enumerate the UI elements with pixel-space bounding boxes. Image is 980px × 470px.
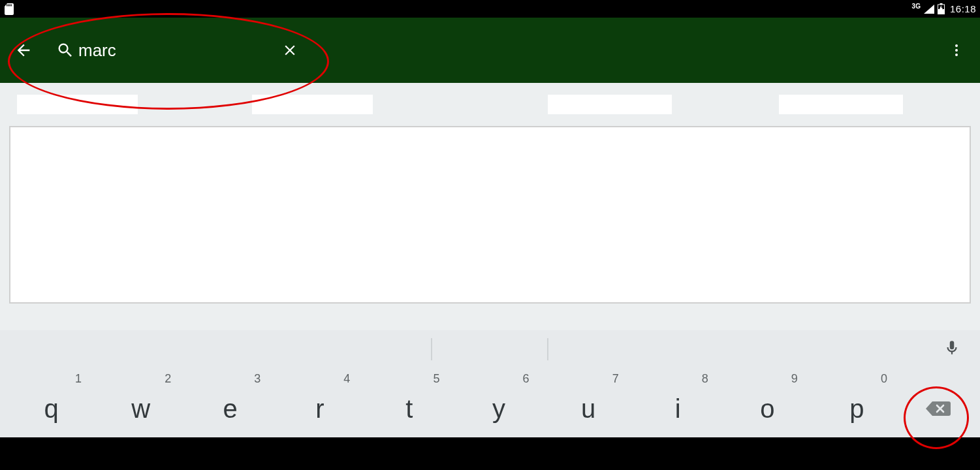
key-t[interactable]: 5t <box>364 368 454 437</box>
svg-point-7 <box>955 44 958 47</box>
key-w[interactable]: 2w <box>96 368 185 437</box>
key-hint: 0 <box>881 372 887 386</box>
tab-chip[interactable] <box>252 95 373 114</box>
microphone-icon <box>943 338 960 358</box>
app-bar <box>0 18 980 83</box>
key-label: p <box>849 394 864 424</box>
key-label: e <box>223 394 238 424</box>
key-o[interactable]: 9o <box>723 368 812 437</box>
key-hint: 8 <box>702 372 708 386</box>
status-clock: 16:18 <box>950 3 976 14</box>
key-hint: 3 <box>254 372 261 386</box>
close-icon <box>281 42 298 59</box>
svg-rect-0 <box>7 4 7 6</box>
signal-icon <box>923 4 935 14</box>
search-input[interactable] <box>78 40 274 61</box>
keyboard-suggestion-bar <box>0 330 980 368</box>
svg-point-9 <box>955 54 958 56</box>
soft-keyboard: 1q 2w 3e 4r 5t 6y 7u 8i 9o 0p <box>0 330 980 437</box>
key-label: y <box>492 394 505 424</box>
overflow-menu-button[interactable] <box>941 35 972 66</box>
key-label: t <box>405 394 413 424</box>
tabs-row <box>9 95 971 114</box>
svg-rect-2 <box>9 4 10 6</box>
tab-chip[interactable] <box>779 95 903 114</box>
backspace-icon <box>924 399 951 418</box>
key-label: u <box>581 394 595 424</box>
key-hint: 7 <box>612 372 619 386</box>
svg-rect-3 <box>11 4 12 6</box>
key-label: w <box>131 394 150 424</box>
clear-search-button[interactable] <box>274 35 306 66</box>
status-right: 3G 16:18 <box>912 3 976 14</box>
key-y[interactable]: 6y <box>454 368 543 437</box>
svg-point-8 <box>955 49 958 52</box>
key-label: i <box>675 394 681 424</box>
key-r[interactable]: 4r <box>275 368 364 437</box>
status-bar: 3G 16:18 <box>0 0 980 18</box>
network-label: 3G <box>912 3 921 10</box>
sd-card-icon <box>4 3 14 15</box>
key-hint: 6 <box>523 372 530 386</box>
key-hint: 9 <box>791 372 798 386</box>
key-hint: 5 <box>433 372 439 386</box>
battery-charging-icon <box>938 3 945 14</box>
key-label: q <box>44 394 58 424</box>
content-area <box>0 83 980 330</box>
svg-rect-5 <box>940 3 942 5</box>
voice-input-button[interactable] <box>943 338 960 360</box>
tab-chip[interactable] <box>548 95 672 114</box>
key-hint: 4 <box>343 372 350 386</box>
search-icon-button[interactable] <box>52 35 78 66</box>
key-i[interactable]: 8i <box>633 368 723 437</box>
key-backspace[interactable] <box>902 368 973 437</box>
key-label: r <box>315 394 324 424</box>
back-button[interactable] <box>8 35 39 66</box>
key-hint: 2 <box>165 372 171 386</box>
suggestion-separator <box>431 338 432 360</box>
key-e[interactable]: 3e <box>185 368 275 437</box>
keyboard-row-1: 1q 2w 3e 4r 5t 6y 7u 8i 9o 0p <box>0 368 980 437</box>
suggestion-separator <box>547 338 548 360</box>
key-label: o <box>760 394 774 424</box>
status-left <box>4 3 14 15</box>
svg-rect-1 <box>8 4 8 6</box>
tab-chip[interactable] <box>17 95 138 114</box>
key-q[interactable]: 1q <box>7 368 96 437</box>
arrow-back-icon <box>14 41 33 59</box>
results-panel <box>9 126 971 304</box>
more-vert-icon <box>949 42 964 58</box>
key-u[interactable]: 7u <box>544 368 633 437</box>
nav-bar-blackout <box>0 437 980 470</box>
search-icon <box>56 41 74 59</box>
key-p[interactable]: 0p <box>812 368 902 437</box>
key-hint: 1 <box>75 372 82 386</box>
